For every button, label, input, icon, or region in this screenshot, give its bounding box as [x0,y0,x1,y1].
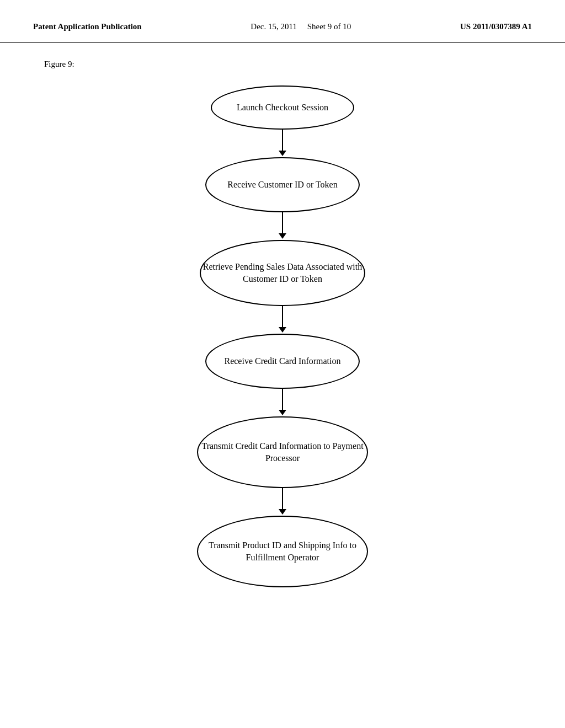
arrow-2 [279,212,286,240]
arrow-4 [279,389,286,416]
node-transmit-product-id: Transmit Product ID and Shipping Info to… [197,516,368,587]
node-receive-customer-id: Receive Customer ID or Token [205,157,360,212]
page-header: Patent Application Publication Dec. 15, … [0,0,565,43]
arrow-head-3 [279,327,286,333]
node-transmit-credit-card: Transmit Credit Card Information to Paym… [197,416,368,488]
flowchart-diagram: Launch Checkout Session Receive Customer… [0,85,565,587]
arrow-line-3 [282,306,283,327]
arrow-line-1 [282,130,283,151]
arrow-5 [279,488,286,516]
header-date: Dec. 15, 2011 [250,22,297,31]
header-publication-label: Patent Application Publication [33,22,142,31]
header-date-sheet: Dec. 15, 2011 Sheet 9 of 10 [250,22,351,31]
arrow-1 [279,130,286,157]
header-patent-number: US 2011/0307389 A1 [460,22,532,31]
arrow-3 [279,306,286,334]
arrow-head-4 [279,410,286,415]
arrow-head-2 [279,233,286,239]
arrow-head-5 [279,509,286,515]
figure-label: Figure 9: [0,43,565,69]
node-launch-checkout: Launch Checkout Session [211,85,354,130]
header-sheet: Sheet 9 of 10 [307,22,351,31]
node-receive-credit-card: Receive Credit Card Information [205,334,360,389]
node-retrieve-pending-sales: Retrieve Pending Sales Data Associated w… [200,240,365,306]
arrow-line-5 [282,488,283,509]
arrow-line-4 [282,389,283,410]
arrow-line-2 [282,212,283,233]
arrow-head-1 [279,151,286,156]
